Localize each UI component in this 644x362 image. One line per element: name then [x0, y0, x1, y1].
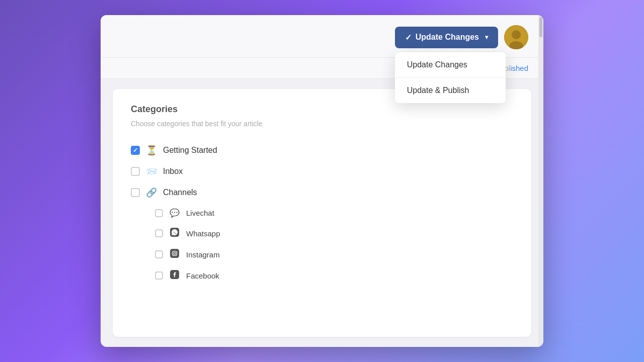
- whatsapp-label: Whatsapp: [186, 229, 220, 238]
- avatar-image: [504, 25, 528, 49]
- dropdown-update-publish[interactable]: Update & Publish: [395, 78, 506, 103]
- svg-point-7: [176, 251, 177, 252]
- facebook-label: Facebook: [186, 272, 219, 280]
- list-item: 📨 Inbox: [131, 161, 513, 182]
- list-item: 🔗 Channels: [131, 182, 513, 203]
- list-item: Facebook: [131, 265, 513, 286]
- check-icon: ✓: [405, 33, 412, 42]
- main-window: ✓ Update Changes ▾ Update Changes Update…: [101, 15, 543, 347]
- dropdown-menu: Update Changes Update & Publish: [395, 52, 506, 103]
- update-button-label: Update Changes: [416, 33, 479, 42]
- svg-rect-4: [170, 249, 179, 258]
- livechat-label: Livechat: [186, 209, 214, 217]
- inbox-label: Inbox: [163, 167, 183, 176]
- categories-subtitle: Choose categories that best fit your art…: [131, 120, 513, 128]
- list-item: Instagram: [131, 244, 513, 265]
- categories-title: Categories: [131, 104, 513, 115]
- scrollbar[interactable]: [538, 15, 543, 347]
- channels-checkbox[interactable]: [131, 188, 140, 197]
- channels-label: Channels: [163, 188, 197, 197]
- channels-icon: 🔗: [146, 187, 157, 198]
- inbox-icon: 📨: [146, 166, 157, 177]
- getting-started-icon: ⏳: [146, 145, 157, 156]
- instagram-label: Instagram: [186, 250, 220, 259]
- inbox-checkbox[interactable]: [131, 167, 140, 176]
- header: ✓ Update Changes ▾ Update Changes Update…: [101, 15, 543, 58]
- avatar[interactable]: [504, 25, 528, 49]
- category-list: ⏳ Getting Started 📨 Inbox 🔗 Channels 💬 L…: [131, 140, 513, 286]
- instagram-checkbox[interactable]: [155, 250, 163, 258]
- update-changes-button[interactable]: ✓ Update Changes ▾: [395, 27, 498, 48]
- livechat-checkbox[interactable]: [155, 209, 163, 217]
- main-content: Categories Choose categories that best f…: [113, 89, 531, 337]
- getting-started-checkbox[interactable]: [131, 146, 140, 155]
- scrollbar-thumb[interactable]: [539, 17, 542, 37]
- livechat-icon: 💬: [169, 208, 180, 218]
- svg-point-1: [512, 30, 521, 39]
- instagram-icon: [169, 249, 180, 260]
- list-item: 💬 Livechat: [131, 203, 513, 223]
- header-right: ✓ Update Changes ▾ Update Changes Update…: [395, 25, 528, 49]
- facebook-icon: [169, 270, 180, 281]
- list-item: Whatsapp: [131, 223, 513, 244]
- facebook-checkbox[interactable]: [155, 272, 163, 280]
- list-item: ⏳ Getting Started: [131, 140, 513, 161]
- dropdown-update-changes[interactable]: Update Changes: [395, 52, 506, 78]
- whatsapp-checkbox[interactable]: [155, 229, 163, 237]
- chevron-down-icon: ▾: [485, 34, 488, 41]
- getting-started-label: Getting Started: [163, 146, 217, 155]
- whatsapp-icon: [169, 228, 180, 239]
